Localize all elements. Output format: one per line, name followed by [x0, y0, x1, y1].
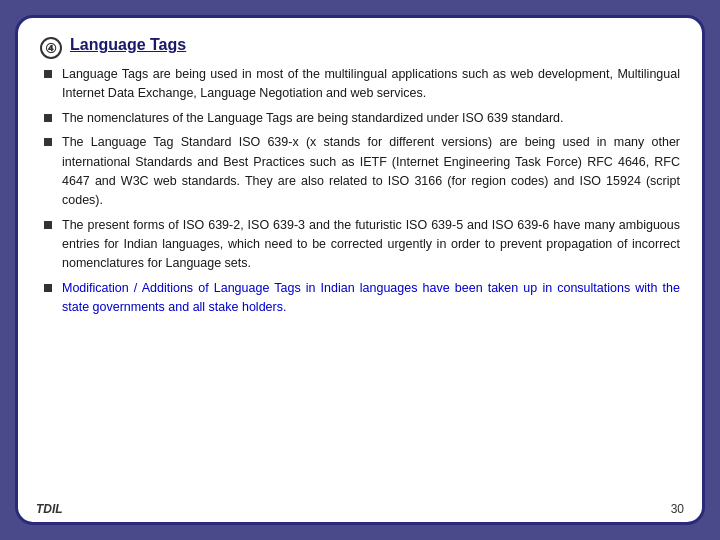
content-area: Language Tags are being used in most of …: [40, 65, 680, 492]
list-item: The nomenclatures of the Language Tags a…: [40, 109, 680, 128]
title-row: ④ Language Tags: [40, 36, 680, 59]
bullet-text: Language Tags are being used in most of …: [62, 65, 680, 104]
bullet-text: The Language Tag Standard ISO 639-x (x s…: [62, 133, 680, 211]
slide-container: ④ Language Tags Language Tags are being …: [15, 15, 705, 525]
slide-title: Language Tags: [70, 36, 186, 54]
list-item: Modification / Additions of Language Tag…: [40, 279, 680, 318]
bullet-text: The present forms of ISO 639-2, ISO 639-…: [62, 216, 680, 274]
list-item: The Language Tag Standard ISO 639-x (x s…: [40, 133, 680, 211]
bullet-icon: [44, 70, 52, 78]
bullet-text: The nomenclatures of the Language Tags a…: [62, 109, 680, 128]
bullet-icon: [44, 114, 52, 122]
slide-footer: TDIL 30: [36, 502, 684, 516]
list-item: The present forms of ISO 639-2, ISO 639-…: [40, 216, 680, 274]
bullet-icon: [44, 284, 52, 292]
circle-icon: ④: [40, 37, 62, 59]
bullet-text-link: Modification / Additions of Language Tag…: [62, 279, 680, 318]
list-item: Language Tags are being used in most of …: [40, 65, 680, 104]
footer-page-number: 30: [671, 502, 684, 516]
footer-logo: TDIL: [36, 502, 63, 516]
bullet-icon: [44, 138, 52, 146]
bullet-icon: [44, 221, 52, 229]
